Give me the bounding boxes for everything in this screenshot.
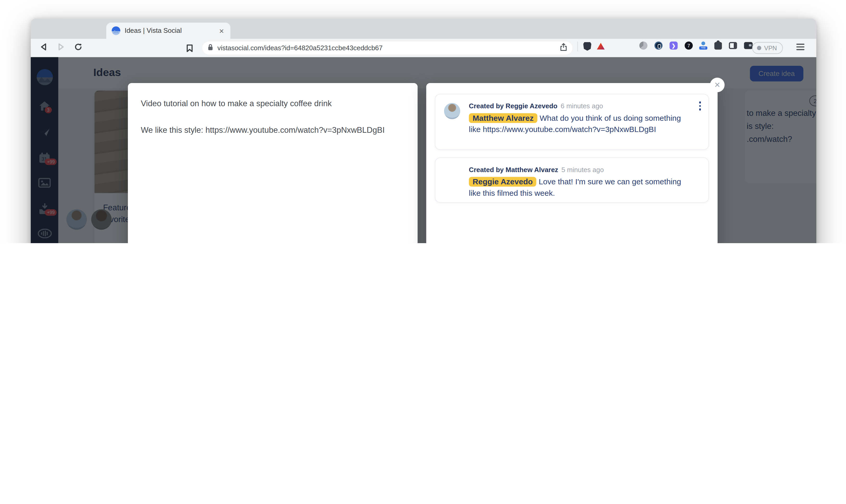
- extension-purple-arrow-icon[interactable]: ❯: [669, 41, 678, 50]
- sidebar-toggle-icon[interactable]: [728, 41, 737, 50]
- vpn-status-dot: [757, 46, 762, 50]
- comment-text: Reggie Azevedo Love that! I'm sure we ca…: [469, 176, 690, 199]
- comments-panel: × Created by Reggie Azevedo6 minutes ago…: [426, 83, 718, 243]
- comment-time: 6 minutes ago: [561, 103, 603, 110]
- bookmark-icon[interactable]: [186, 44, 193, 54]
- vpn-button[interactable]: VPN: [752, 42, 783, 54]
- back-button[interactable]: [39, 43, 48, 53]
- tab-close-icon[interactable]: ×: [218, 27, 225, 35]
- lock-icon: [208, 43, 213, 53]
- idea-text-editor[interactable]: Video tutorial on how to make a specialt…: [141, 97, 401, 137]
- extension-dark-circle-icon[interactable]: 7: [684, 41, 693, 50]
- extension-pie-icon[interactable]: [639, 41, 648, 50]
- comment-card: Created by Matthew Alvarez5 minutes ago …: [435, 158, 709, 203]
- close-icon[interactable]: ×: [710, 77, 725, 92]
- share-icon[interactable]: [560, 43, 567, 53]
- mention-chip[interactable]: Matthew Alvarez: [469, 113, 537, 123]
- reload-button[interactable]: [74, 43, 83, 53]
- extension-help-icon[interactable]: Help: [699, 41, 707, 50]
- screenshot-stage: Ideas | Vista Social × + vis: [0, 0, 846, 243]
- avatar: [444, 167, 460, 183]
- extensions-row: ❯ 7 Help: [639, 41, 753, 50]
- wallet-icon[interactable]: [743, 41, 753, 50]
- avatar: [444, 103, 460, 119]
- comment-text: Matthew Alvarez What do you think of us …: [469, 113, 690, 136]
- vpn-label: VPN: [764, 45, 777, 51]
- toolbar-divider: [577, 41, 578, 51]
- tab-title: Ideas | Vista Social: [124, 27, 218, 35]
- browser-toolbar: vistasocial.com/ideas?id=64820a5231ccbe4…: [31, 39, 816, 57]
- vista-social-page: 3 31 +99 +99 +99: [31, 57, 816, 243]
- extensions-puzzle-icon[interactable]: [713, 41, 722, 50]
- comment-time: 5 minutes ago: [561, 166, 604, 174]
- forward-button[interactable]: [56, 43, 65, 53]
- tab-favicon-icon: [112, 26, 120, 35]
- address-bar[interactable]: vistasocial.com/ideas?id=64820a5231ccbe4…: [202, 41, 572, 54]
- idea-editor-modal: Video tutorial on how to make a specialt…: [128, 83, 418, 243]
- browser-window: Ideas | Vista Social × + vis: [31, 18, 816, 243]
- extension-password-manager-icon[interactable]: [654, 41, 663, 50]
- menu-icon[interactable]: [796, 44, 804, 50]
- mention-chip[interactable]: Reggie Azevedo: [469, 177, 536, 186]
- tab-strip: Ideas | Vista Social × +: [31, 18, 816, 39]
- comment-card: Created by Reggie Azevedo6 minutes ago M…: [435, 94, 709, 150]
- comment-menu-icon[interactable]: [699, 101, 701, 110]
- browser-tab[interactable]: Ideas | Vista Social ×: [106, 23, 230, 39]
- brave-shields-icon[interactable]: [583, 42, 591, 51]
- comment-author: Created by Reggie Azevedo: [469, 103, 558, 110]
- comment-author: Created by Matthew Alvarez: [469, 166, 558, 174]
- brave-rewards-icon[interactable]: [597, 43, 605, 50]
- url-text: vistasocial.com/ideas?id=64820a5231ccbe4…: [217, 44, 560, 52]
